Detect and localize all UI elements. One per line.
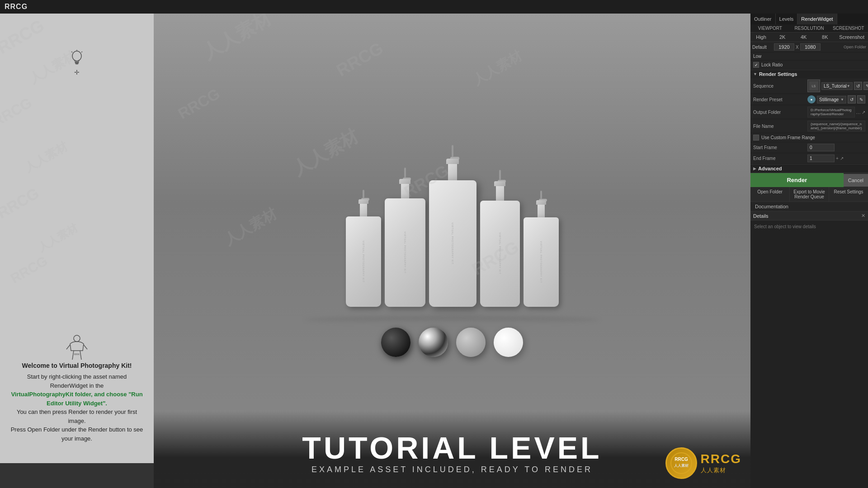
documentation-button[interactable]: Documentation bbox=[750, 202, 868, 211]
welcome-content: Welcome to Virtual Photography Kit! Star… bbox=[0, 352, 154, 461]
res-8k[interactable]: 8K bbox=[814, 33, 835, 42]
tab-outliner[interactable]: Outliner bbox=[750, 14, 776, 24]
sequence-row: Sequence LS LS_Tutorial ▼ ↺ ✎ bbox=[750, 78, 868, 94]
render-settings-header: ▼ Render Settings bbox=[750, 70, 868, 78]
sequence-thumbnail: LS bbox=[807, 80, 820, 92]
custom-frame-checkbox[interactable] bbox=[753, 135, 759, 141]
render-button[interactable]: Render bbox=[750, 173, 844, 187]
tab-renderwidget[interactable]: RenderWidget bbox=[797, 14, 837, 24]
svg-point-12 bbox=[671, 453, 692, 474]
end-frame-btn2[interactable]: ↗ bbox=[840, 156, 844, 161]
svg-line-5 bbox=[81, 52, 82, 52]
res-2k[interactable]: 2K bbox=[772, 33, 793, 42]
export-button[interactable]: Export to Movie Render Queue bbox=[790, 187, 829, 202]
main-layout: RRCG 人人素材 RRCG 人人素材 RRCG 人人素材 RRCG ✛ bbox=[0, 14, 868, 488]
bottle-1: VIRTUAL PHOTOGRAPHY KIT bbox=[346, 190, 381, 307]
output-folder-row: Output Folder D:/Perforce/VirtualPhotogr… bbox=[750, 105, 868, 119]
svg-line-10 bbox=[84, 345, 87, 349]
rrcg-circle-logo: RRCG 人人素材 bbox=[665, 447, 697, 479]
reset-button[interactable]: Reset Settings bbox=[829, 187, 868, 202]
cancel-button[interactable]: Cancel bbox=[844, 174, 868, 187]
details-label: Details bbox=[753, 213, 769, 219]
sequence-dropdown[interactable]: LS_Tutorial ▼ bbox=[821, 82, 853, 90]
file-name-label: File Name bbox=[753, 124, 807, 129]
end-frame-controls: + ↗ bbox=[807, 155, 844, 162]
bottles-group: VIRTUAL PHOTOGRAPHY KIT VIRTUAL PHOTOGRA… bbox=[346, 145, 559, 307]
end-frame-btn1[interactable]: + bbox=[836, 156, 839, 161]
bulb-icon-area: ✛ bbox=[71, 50, 83, 76]
res-screenshot[interactable]: Screenshot bbox=[835, 33, 868, 42]
details-close-btn[interactable]: ✕ bbox=[861, 213, 865, 219]
welcome-line4: Press Open Folder under the Render butto… bbox=[9, 425, 145, 443]
end-frame-row: End Frame + ↗ bbox=[750, 153, 868, 164]
details-panel: Details ✕ Select an object to view detai… bbox=[750, 211, 868, 488]
preset-edit-btn[interactable]: ✎ bbox=[857, 95, 865, 103]
low-row: Low bbox=[750, 52, 868, 61]
sequence-label: Sequence bbox=[753, 84, 807, 89]
custom-frame-label: Use Custom Frame Range bbox=[761, 135, 815, 140]
details-placeholder: Select an object to view details bbox=[754, 224, 816, 229]
sequence-refresh-btn[interactable]: ↺ bbox=[854, 82, 862, 90]
advanced-header: ▶ Advanced bbox=[750, 164, 868, 173]
preset-icon: ● bbox=[807, 95, 816, 103]
tab-levels[interactable]: Levels bbox=[776, 14, 798, 24]
end-frame-input[interactable] bbox=[807, 155, 835, 162]
sequence-edit-btn[interactable]: ✎ bbox=[863, 82, 868, 90]
rrcg-text-stack: RRCG 人人素材 bbox=[701, 452, 741, 474]
default-label: Default bbox=[752, 45, 773, 50]
output-folder-browse[interactable]: … bbox=[856, 109, 861, 115]
panel-headers: VIEWPORT RESOLUTION SCREENSHOT bbox=[750, 24, 868, 33]
right-panel: Outliner Levels RenderWidget VIEWPORT RE… bbox=[750, 14, 868, 488]
open-folder-button[interactable]: Open Folder bbox=[750, 187, 790, 202]
app-logo: RRCG bbox=[5, 3, 28, 11]
render-preset-row: Render Preset ● Stillimage ▼ ↺ ✎ bbox=[750, 94, 868, 105]
svg-text:LS: LS bbox=[812, 84, 816, 88]
start-frame-input[interactable] bbox=[807, 144, 835, 151]
render-preset-label: Render Preset bbox=[753, 97, 807, 102]
right-tabs: Outliner Levels RenderWidget bbox=[750, 14, 868, 24]
ground-shadow bbox=[305, 316, 599, 324]
end-frame-label: End Frame bbox=[753, 156, 807, 161]
sphere-black bbox=[381, 328, 410, 357]
move-arrows-icon: ✛ bbox=[74, 69, 80, 76]
rrcg-logo-bottom: RRCG 人人素材 RRCG 人人素材 bbox=[665, 447, 741, 479]
width-input[interactable] bbox=[774, 43, 794, 51]
default-res-row: Default X Open Folder bbox=[750, 42, 868, 52]
open-folder-link[interactable]: Open Folder bbox=[844, 45, 866, 49]
welcome-line2: VirtualPhotographyKit folder, and choose… bbox=[9, 390, 145, 408]
sphere-chrome bbox=[419, 328, 448, 357]
details-header: Details ✕ bbox=[750, 211, 868, 221]
sequence-controls: LS LS_Tutorial ▼ ↺ ✎ bbox=[807, 80, 868, 92]
svg-line-9 bbox=[66, 345, 70, 349]
output-folder-value: D:/Perforce/VirtualPhotography/Saved/Ren… bbox=[807, 107, 855, 117]
lock-ratio-checkbox[interactable]: ✓ bbox=[753, 62, 759, 68]
resolution-header: RESOLUTION bbox=[790, 24, 829, 32]
svg-text:人人素材: 人人素材 bbox=[674, 464, 689, 468]
welcome-line3: You can then press Render to render your… bbox=[9, 408, 145, 425]
bottle-3: VIRTUAL PHOTOGRAPHY KIT bbox=[429, 145, 476, 307]
viewport-high[interactable]: High bbox=[750, 33, 772, 42]
preset-refresh-btn[interactable]: ↺ bbox=[848, 95, 856, 103]
screenshot-header: SCREENSHOT bbox=[829, 24, 868, 32]
spheres-group bbox=[381, 328, 523, 357]
bottle-4: VIRTUAL PHOTOGRAPHY KIT bbox=[480, 170, 520, 307]
output-folder-extra[interactable]: ↗ bbox=[862, 110, 865, 115]
res-4k[interactable]: 4K bbox=[793, 33, 814, 42]
preset-dropdown[interactable]: Stillimage ▼ bbox=[817, 96, 846, 103]
left-panel: RRCG 人人素材 RRCG 人人素材 RRCG 人人素材 RRCG ✛ bbox=[0, 14, 154, 488]
sphere-gray bbox=[456, 328, 486, 357]
svg-point-0 bbox=[72, 51, 81, 61]
svg-point-6 bbox=[74, 335, 80, 342]
bulb-icon bbox=[71, 50, 83, 68]
height-input[interactable] bbox=[800, 43, 821, 51]
left-panel-inner: ✛ RRK Welcome to Virtual Photography Kit… bbox=[0, 14, 154, 488]
bottom-overlay: TUTORIAL LEVEL EXAMPLE ASSET INCLUDED, R… bbox=[154, 411, 750, 488]
bottle-5: VIRTUAL PHOTOGRAPHY KIT bbox=[524, 191, 559, 307]
low-label: Low bbox=[753, 54, 761, 59]
details-content: Select an object to view details bbox=[750, 221, 868, 233]
render-cancel-row: Render Cancel bbox=[750, 173, 868, 187]
top-bar: RRCG bbox=[0, 0, 868, 14]
output-folder-controls: D:/Perforce/VirtualPhotography/Saved/Ren… bbox=[807, 107, 865, 117]
viewport-header: VIEWPORT bbox=[750, 24, 790, 32]
res-x-divider: X bbox=[796, 45, 799, 50]
